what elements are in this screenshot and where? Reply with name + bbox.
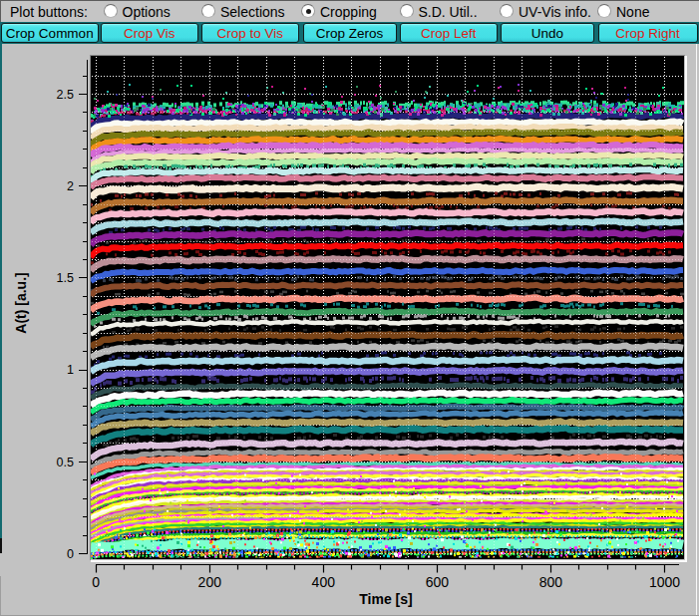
- svg-text:1.5: 1.5: [57, 271, 74, 285]
- svg-text:0.5: 0.5: [57, 456, 74, 469]
- svg-text:Time [s]: Time [s]: [359, 591, 412, 607]
- svg-text:0: 0: [92, 574, 100, 590]
- svg-text:A(t) [a.u.]: A(t) [a.u.]: [13, 272, 29, 333]
- svg-text:600: 600: [426, 574, 450, 590]
- svg-text:2: 2: [67, 179, 74, 193]
- svg-text:1: 1: [67, 363, 74, 377]
- svg-text:200: 200: [198, 574, 222, 590]
- svg-text:1000: 1000: [649, 574, 680, 590]
- svg-text:400: 400: [312, 574, 336, 590]
- svg-text:0: 0: [67, 547, 74, 561]
- svg-text:800: 800: [539, 574, 563, 590]
- svg-text:2.5: 2.5: [57, 88, 74, 102]
